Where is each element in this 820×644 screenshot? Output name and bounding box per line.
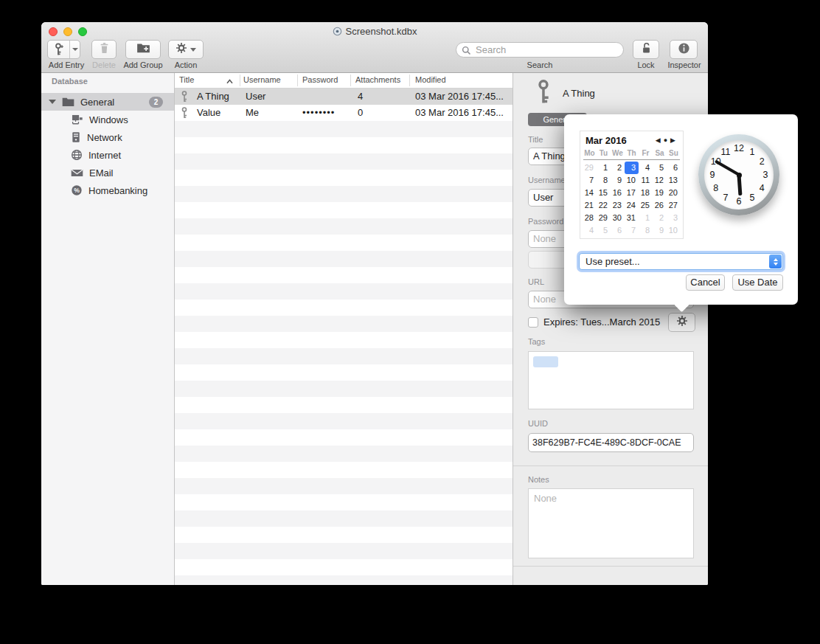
calendar-day[interactable]: 8: [597, 174, 611, 187]
calendar-day[interactable]: 5: [597, 224, 611, 237]
calendar-day[interactable]: 7: [625, 224, 639, 237]
calendar-day[interactable]: 29: [597, 212, 611, 224]
calendar-today-icon[interactable]: ●: [664, 136, 670, 144]
calendar-day[interactable]: 6: [611, 224, 625, 237]
table-row[interactable]: Value Me •••••••• 0 03 Mar 2016 17:45...: [175, 105, 512, 121]
use-preset-dropdown[interactable]: Use preset...: [579, 253, 783, 270]
column-header-title[interactable]: Title: [179, 75, 194, 84]
calendar-day-selected[interactable]: 3: [625, 162, 639, 174]
column-divider[interactable]: [409, 75, 410, 86]
calendar-day[interactable]: 15: [597, 187, 611, 199]
chevron-down-icon[interactable]: [70, 48, 80, 51]
column-divider[interactable]: [297, 75, 298, 86]
calendar-day[interactable]: 20: [667, 187, 681, 199]
calendar-day[interactable]: 30: [611, 212, 625, 224]
calendar-day[interactable]: 16: [611, 187, 625, 199]
calendar-day[interactable]: 19: [653, 187, 667, 199]
lock-button[interactable]: [633, 40, 659, 59]
calendar-day[interactable]: 6: [667, 162, 681, 174]
calendar-day[interactable]: 23: [611, 199, 625, 212]
sidebar-item-label: Homebanking: [88, 185, 147, 196]
delete-label: Delete: [84, 60, 124, 69]
tags-label: Tags: [528, 337, 545, 346]
uuid-field[interactable]: 38F629B7-FC4E-489C-8DCF-0CAE: [528, 433, 694, 452]
calendar-day[interactable]: 2: [611, 162, 625, 174]
calendar-prev-icon[interactable]: ◀: [656, 136, 664, 144]
calendar-day[interactable]: 9: [611, 174, 625, 187]
inspector-button[interactable]: [670, 40, 698, 59]
calendar-day[interactable]: 3: [667, 212, 681, 224]
calendar-day[interactable]: 7: [583, 174, 597, 187]
cancel-button[interactable]: Cancel: [686, 274, 725, 291]
calendar-day[interactable]: 2: [653, 212, 667, 224]
calendar-day[interactable]: 25: [639, 199, 653, 212]
key-icon: [181, 91, 188, 105]
clock-hour-hand[interactable]: [737, 175, 742, 195]
search-input[interactable]: [456, 42, 624, 58]
calendar-day[interactable]: 14: [583, 187, 597, 199]
calendar-day[interactable]: 9: [653, 224, 667, 237]
gear-icon: [176, 42, 187, 57]
use-preset-value: Use preset...: [586, 256, 640, 267]
sidebar-item-label: EMail: [89, 167, 114, 179]
expires-checkbox[interactable]: [528, 317, 538, 328]
folder-plus-icon: [136, 42, 150, 57]
sidebar-item-network[interactable]: Network: [41, 128, 174, 146]
sidebar-item-windows[interactable]: Windows: [41, 111, 174, 128]
column-divider[interactable]: [240, 75, 240, 86]
sidebar-group-general[interactable]: General 2: [41, 93, 174, 111]
calendar-day[interactable]: 10: [625, 174, 639, 187]
calendar-day[interactable]: 31: [625, 212, 639, 224]
calendar-day[interactable]: 1: [639, 212, 653, 224]
action-button[interactable]: [168, 40, 204, 59]
calendar-day[interactable]: 11: [639, 174, 653, 187]
search-wrap: [456, 42, 624, 58]
calendar-next-icon[interactable]: ▶: [670, 136, 678, 144]
add-entry-button[interactable]: [47, 40, 80, 59]
sidebar-item-internet[interactable]: Internet: [41, 146, 174, 164]
calendar-day[interactable]: 22: [597, 199, 611, 212]
calendar-day[interactable]: 4: [583, 224, 597, 237]
calendar-day[interactable]: 17: [625, 187, 639, 199]
calendar-day[interactable]: 21: [583, 199, 597, 212]
calendar-day[interactable]: 10: [667, 224, 681, 237]
notes-placeholder: None: [534, 493, 557, 504]
clock-numeral: 2: [760, 156, 765, 167]
table-header: Title Username Password Attachments Modi…: [175, 73, 512, 89]
column-header-username[interactable]: Username: [243, 75, 281, 84]
sidebar-item-homebanking[interactable]: % Homebanking: [41, 181, 174, 199]
calendar-day[interactable]: 26: [653, 199, 667, 212]
clock-face[interactable]: 123456789101112: [704, 140, 774, 210]
tag-token[interactable]: [533, 356, 558, 367]
column-header-attachments[interactable]: Attachments: [355, 75, 400, 84]
disclosure-triangle-icon[interactable]: [49, 100, 56, 104]
calendar-day[interactable]: 28: [583, 212, 597, 224]
table-row[interactable]: A Thing User 4 03 Mar 2016 17:45...: [175, 89, 512, 105]
calendar-day[interactable]: 4: [639, 162, 653, 174]
delete-button[interactable]: [91, 40, 117, 59]
globe-icon: [71, 149, 83, 161]
calendar-day[interactable]: 29: [583, 162, 597, 174]
calendar-day[interactable]: 13: [667, 174, 681, 187]
calendar-day[interactable]: 5: [653, 162, 667, 174]
title-field-label: Title: [528, 135, 543, 144]
calendar-day[interactable]: 18: [639, 187, 653, 199]
tags-box[interactable]: [528, 351, 694, 409]
sidebar-item-email[interactable]: EMail: [41, 164, 174, 181]
notes-box[interactable]: None: [528, 488, 694, 558]
expires-gear-button[interactable]: [668, 313, 695, 332]
column-divider[interactable]: [350, 75, 351, 86]
calendar-day[interactable]: 24: [625, 199, 639, 212]
add-group-button[interactable]: [125, 40, 161, 59]
column-header-modified[interactable]: Modified: [415, 75, 446, 84]
calendar-day-headers: MoTuWeThFrSaSu: [583, 149, 681, 157]
calendar-day[interactable]: 12: [653, 174, 667, 187]
cell-password: ••••••••: [302, 107, 335, 118]
use-date-button[interactable]: Use Date: [732, 274, 783, 291]
column-header-password[interactable]: Password: [302, 75, 338, 84]
calendar-day[interactable]: 1: [597, 162, 611, 174]
calendar-day[interactable]: 27: [667, 199, 681, 212]
expires-label: Expires: Tues...March 2015: [543, 316, 660, 328]
calendar-day[interactable]: 8: [639, 224, 653, 237]
server-icon: [71, 131, 81, 143]
